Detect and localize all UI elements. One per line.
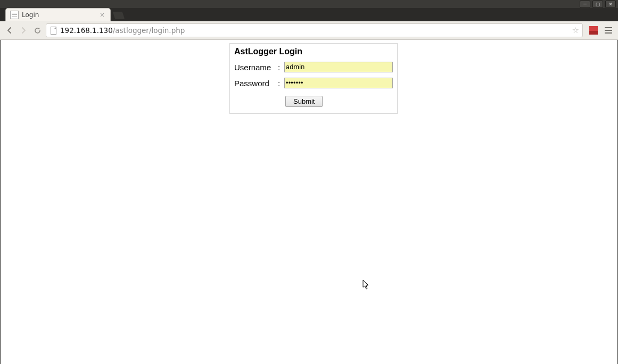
forward-button[interactable] — [18, 25, 29, 36]
url-path: /astlogger/login.php — [113, 26, 185, 35]
username-input[interactable] — [284, 62, 393, 72]
page-icon — [50, 27, 57, 34]
password-input[interactable] — [284, 78, 393, 88]
browser-menu-button[interactable] — [603, 25, 614, 36]
browser-tab-strip: Login × — [0, 8, 618, 21]
arrow-left-icon — [6, 27, 13, 34]
login-title: AstLogger Login — [234, 47, 393, 56]
page-viewport: AstLogger Login Username : Password : Su… — [0, 40, 618, 364]
password-row: Password : — [234, 78, 393, 88]
password-label: Password — [234, 79, 275, 88]
extension-icon[interactable] — [589, 26, 598, 35]
username-label: Username — [234, 63, 275, 72]
colon: : — [278, 63, 281, 72]
submit-button[interactable]: Submit — [285, 96, 323, 107]
window-maximize-button[interactable]: ▢ — [592, 1, 603, 8]
url-host: 192.168.1.130 — [60, 26, 113, 35]
tab-title: Login — [22, 11, 95, 19]
page-favicon-icon — [10, 11, 19, 19]
reload-icon — [34, 27, 42, 35]
mouse-cursor-icon — [362, 279, 370, 290]
tab-close-icon[interactable]: × — [98, 11, 106, 19]
reload-button[interactable] — [32, 25, 43, 36]
arrow-right-icon — [20, 27, 27, 34]
address-bar[interactable]: 192.168.1.130/astlogger/login.php ☆ — [46, 23, 583, 37]
browser-tab[interactable]: Login × — [5, 8, 111, 21]
colon: : — [278, 79, 281, 88]
browser-toolbar: 192.168.1.130/astlogger/login.php ☆ — [0, 21, 618, 40]
url-text: 192.168.1.130/astlogger/login.php — [60, 26, 569, 35]
new-tab-button[interactable] — [113, 12, 125, 19]
login-panel: AstLogger Login Username : Password : Su… — [229, 43, 398, 114]
back-button[interactable] — [4, 25, 15, 36]
window-titlebar: ─ ▢ ✕ — [0, 0, 618, 8]
window-minimize-button[interactable]: ─ — [580, 1, 590, 8]
bookmark-star-icon[interactable]: ☆ — [572, 26, 579, 35]
hamburger-icon — [605, 27, 612, 28]
window-close-button[interactable]: ✕ — [605, 1, 616, 8]
username-row: Username : — [234, 62, 393, 72]
